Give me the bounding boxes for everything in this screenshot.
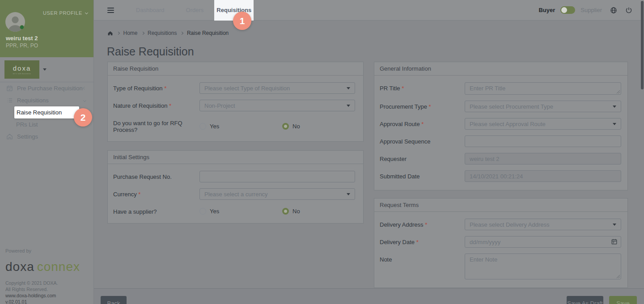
field-label-delivery-address: Delivery Address — [380, 219, 465, 230]
currency-select[interactable]: Please select a currency — [199, 188, 355, 200]
save-button[interactable]: Save — [609, 296, 637, 304]
approval-sequence-input[interactable] — [465, 135, 621, 147]
user-name: weiru test 2 — [6, 35, 38, 42]
doxa-connex-logo: doxaconnex — [5, 260, 90, 274]
supplier-no-radio[interactable]: No — [282, 208, 300, 215]
procurement-type-select[interactable]: Please select Procurement Type — [465, 101, 621, 112]
caret-down-icon — [613, 123, 616, 125]
tab-label: Orders — [186, 7, 204, 13]
globe-icon[interactable] — [610, 7, 617, 14]
radio-on-icon — [282, 123, 289, 130]
sidebar-item-label: Requisitions — [17, 97, 84, 104]
breadcrumb-home[interactable]: Home — [123, 30, 138, 36]
back-button[interactable]: Back — [101, 296, 127, 304]
requester-input — [465, 153, 621, 165]
radio-label: Yes — [210, 208, 219, 215]
tour-step-badge-2: 2 — [74, 108, 92, 127]
vertical-scrollbar[interactable] — [641, 1, 644, 89]
nature-of-requisition-select[interactable]: Non-Project — [199, 100, 355, 111]
approval-route-select[interactable]: Please select Approval Route — [465, 118, 621, 130]
profile-header: USER PROFILE weiru test 2 PPR, PR, PO — [0, 0, 93, 57]
org-logo[interactable]: doxa let's talk business — [4, 60, 39, 79]
calendar-icon[interactable] — [611, 238, 618, 245]
panel-title: Raise Requisition — [108, 62, 363, 76]
delivery-date-input[interactable] — [465, 236, 621, 248]
purchase-request-no-input[interactable] — [199, 171, 355, 182]
field-label-type-of-requisition: Type of Requisition — [113, 82, 199, 94]
select-placeholder: Please select a currency — [204, 191, 268, 198]
submitted-date-input — [465, 170, 621, 182]
home-icon[interactable] — [107, 30, 113, 36]
buyer-supplier-toggle[interactable] — [560, 6, 575, 14]
note-textarea[interactable] — [465, 253, 621, 279]
tab-dashboard[interactable]: Dashboard — [125, 0, 175, 21]
user-profile-dropdown[interactable]: USER PROFILE — [43, 10, 88, 16]
delivery-address-select[interactable]: Please select Delivery Address — [465, 219, 621, 230]
chevron-down-icon — [83, 99, 86, 101]
sidebar-item-requisitions[interactable]: Requisitions — [0, 94, 93, 106]
radio-label: No — [292, 123, 300, 130]
field-label-approval-sequence: Approval Sequence — [380, 135, 465, 147]
user-roles: PPR, PR, PO — [6, 42, 38, 49]
caret-down-icon — [347, 193, 350, 195]
select-placeholder: Please select Type of Requisition — [204, 85, 290, 92]
breadcrumb: Home Requisitions Raise Requisition — [107, 30, 229, 36]
field-label-approval-route: Approval Route — [380, 118, 465, 130]
panel-request-terms: Request Terms Delivery Address Please se… — [374, 198, 628, 288]
breadcrumb-separator-icon — [117, 32, 119, 34]
radio-label: No — [292, 208, 300, 215]
powered-by-label: Powered by — [5, 248, 90, 253]
list-icon — [6, 97, 13, 104]
select-placeholder: Please select Approval Route — [470, 121, 546, 127]
field-label-nature-of-requisition: Nature of Requisition — [113, 100, 199, 111]
sidebar-item-label: Raise Requisition — [17, 109, 62, 116]
tab-orders[interactable]: Orders — [175, 0, 215, 21]
save-as-draft-button[interactable]: Save As Draft — [567, 296, 603, 304]
topbar-right: Buyer Supplier — [538, 6, 632, 14]
field-label-purchase-request-no: Purchase Request No. — [113, 171, 199, 182]
supplier-label: Supplier — [580, 7, 602, 13]
tab-label: Dashboard — [136, 7, 165, 13]
chevron-left-icon — [83, 87, 86, 89]
sidebar-item-pre-purchase-requisition[interactable]: Pre Purchase Requisition — [0, 82, 93, 94]
sidebar-item-label: Settings — [17, 133, 87, 140]
home-icon — [6, 133, 13, 140]
field-label-procurement-type: Procurement Type — [380, 101, 465, 112]
breadcrumb-separator-icon — [180, 32, 183, 34]
field-label-note: Note — [380, 253, 465, 279]
sidebar-item-raise-requisition[interactable]: Raise Requisition — [14, 106, 79, 118]
org-switch-caret-icon[interactable] — [43, 68, 47, 71]
logo-doxa: doxa — [5, 260, 34, 274]
pr-title-textarea[interactable] — [465, 82, 621, 95]
sidebar-item-settings[interactable]: Settings — [0, 131, 93, 143]
hamburger-menu-icon[interactable] — [107, 6, 114, 14]
website-link[interactable]: www.doxa-holdings.com — [5, 292, 90, 299]
radio-off-icon — [199, 208, 206, 215]
rfq-yes-radio[interactable]: Yes — [199, 123, 282, 130]
buyer-label: Buyer — [538, 7, 555, 13]
breadcrumb-requisitions[interactable]: Requisitions — [148, 30, 177, 36]
topbar: Dashboard Orders Requisitions Buyer Supp… — [94, 0, 644, 21]
calendar-check-icon — [6, 85, 13, 92]
version-label: v.02.01.01 — [5, 299, 90, 304]
tour-step-badge-1: 1 — [233, 12, 251, 30]
radio-off-icon — [199, 123, 206, 130]
copyright-line: Copyright © 2021 DOXA. — [5, 280, 90, 286]
supplier-yes-radio[interactable]: Yes — [199, 208, 282, 215]
panel-title: Request Terms — [374, 198, 627, 212]
field-label-delivery-date: Delivery Date — [380, 236, 465, 248]
field-label-have-a-supplier: Have a supplier? — [113, 206, 199, 215]
user-profile-label: USER PROFILE — [43, 10, 82, 16]
panel-raise-requisition: Raise Requisition Type of Requisition Pl… — [107, 62, 364, 142]
select-placeholder: Please select Delivery Address — [470, 221, 549, 228]
org-logo-tagline: let's talk business — [13, 72, 31, 75]
rfq-no-radio[interactable]: No — [282, 123, 300, 130]
radio-label: Yes — [210, 123, 219, 130]
type-of-requisition-select[interactable]: Please select Type of Requisition — [199, 82, 355, 94]
org-logo-row: doxa let's talk business — [0, 57, 93, 82]
field-label-submitted-date: Submitted Date — [380, 170, 465, 182]
power-icon[interactable] — [625, 7, 632, 14]
sidebar: USER PROFILE weiru test 2 PPR, PR, PO do… — [0, 0, 94, 304]
select-placeholder: Please select Procurement Type — [470, 103, 553, 110]
select-value: Non-Project — [204, 102, 235, 109]
